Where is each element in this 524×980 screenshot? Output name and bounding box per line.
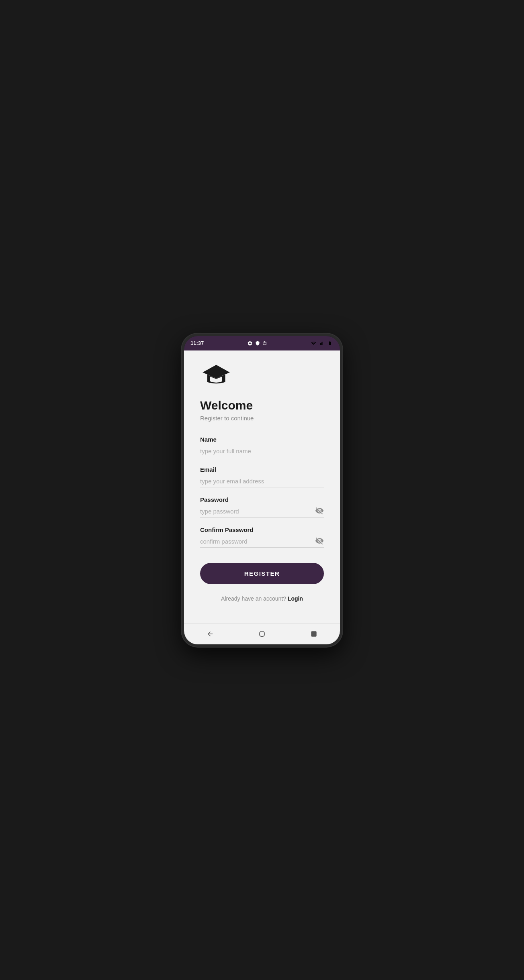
password-label: Password [200,496,324,503]
shield-icon [255,340,260,346]
status-right-icons [310,341,334,346]
register-button[interactable]: REGISTER [200,563,324,584]
device-frame: 11:37 [182,334,342,647]
back-button[interactable] [202,626,218,642]
name-input[interactable] [200,445,324,457]
confirm-password-input-wrapper [200,536,324,548]
password-toggle-icon[interactable] [315,506,324,517]
name-label: Name [200,436,324,443]
email-label: Email [200,466,324,473]
password-field-group: Password [200,496,324,518]
login-prompt-text: Already have an account? [221,595,286,602]
email-input-wrapper [200,475,324,487]
confirm-password-field-group: Confirm Password [200,526,324,548]
signal-icon [319,341,324,346]
name-field-group: Name [200,436,324,457]
svg-point-1 [259,631,265,637]
password-input-wrapper [200,505,324,518]
screen: Welcome Register to continue Name Email [184,350,340,623]
svg-marker-0 [203,365,230,378]
home-button[interactable] [254,626,270,642]
status-time: 11:37 [190,340,204,346]
svg-rect-2 [311,632,316,636]
login-prompt-container: Already have an account? Login [200,595,324,602]
confirm-password-toggle-icon[interactable] [315,536,324,547]
register-form: Name Email Password [200,436,324,602]
welcome-title: Welcome [200,399,324,412]
confirm-password-input[interactable] [200,536,324,548]
wifi-icon [310,341,317,346]
email-field-group: Email [200,466,324,487]
content-area: Welcome Register to continue Name Email [184,350,340,623]
battery-icon [326,341,334,346]
password-input[interactable] [200,505,324,518]
confirm-password-label: Confirm Password [200,526,324,533]
clipboard-icon [262,340,267,346]
navigation-bar [184,623,340,644]
welcome-subtitle: Register to continue [200,415,324,422]
recents-button[interactable] [306,626,322,642]
name-input-wrapper [200,445,324,457]
status-bar: 11:37 [184,336,340,350]
settings-icon [247,340,253,346]
logo-container [200,363,324,389]
graduation-cap-icon [200,363,232,387]
login-link[interactable]: Login [288,595,303,602]
status-left-icons [247,340,267,346]
email-input[interactable] [200,475,324,487]
